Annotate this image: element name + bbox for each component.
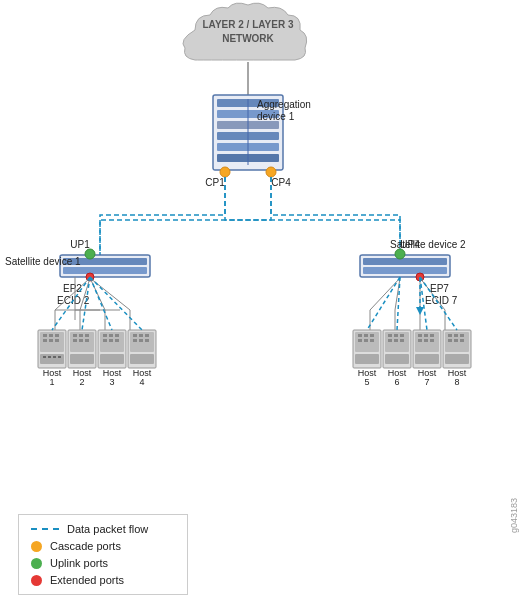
svg-rect-51	[100, 354, 124, 364]
svg-rect-39	[73, 339, 77, 342]
svg-rect-60	[130, 354, 154, 364]
svg-rect-13	[363, 258, 447, 265]
cp4-port	[266, 167, 276, 177]
svg-rect-46	[109, 334, 113, 337]
svg-rect-66	[358, 339, 362, 342]
legend-extended-label: Extended ports	[50, 574, 124, 586]
up4-label: UP4	[400, 239, 420, 250]
svg-rect-75	[388, 339, 392, 342]
svg-rect-86	[430, 339, 434, 342]
legend-uplink: Uplink ports	[31, 557, 175, 569]
flow-cp4-up4	[271, 177, 400, 255]
svg-rect-11	[63, 267, 147, 274]
svg-rect-72	[388, 334, 392, 337]
host-5	[353, 330, 381, 368]
svg-rect-29	[40, 354, 64, 364]
svg-rect-23	[43, 334, 47, 337]
svg-rect-30	[43, 356, 46, 358]
svg-rect-49	[109, 339, 113, 342]
svg-rect-76	[394, 339, 398, 342]
ecid7-label: ECID 7	[425, 295, 458, 306]
cloud: LAYER 2 / LAYER 3 NETWORK	[183, 3, 307, 60]
svg-rect-14	[363, 267, 447, 274]
satellite-device-2	[360, 255, 450, 277]
host8-num: 8	[454, 377, 459, 387]
host-1	[38, 330, 66, 368]
up1-label: UP1	[70, 239, 90, 250]
ep7-label: EP7	[430, 283, 449, 294]
cp1-port	[220, 167, 230, 177]
cascade-dot-icon	[31, 541, 42, 552]
svg-rect-73	[394, 334, 398, 337]
svg-rect-85	[424, 339, 428, 342]
legend-extended: Extended ports	[31, 574, 175, 586]
svg-rect-91	[454, 334, 458, 337]
svg-rect-31	[48, 356, 51, 358]
svg-rect-36	[73, 334, 77, 337]
svg-rect-28	[55, 339, 59, 342]
svg-marker-20	[416, 307, 424, 315]
svg-rect-65	[370, 334, 374, 337]
svg-rect-90	[448, 334, 452, 337]
svg-rect-87	[415, 354, 439, 364]
host-4	[128, 330, 156, 368]
svg-rect-42	[70, 354, 94, 364]
aggregation-device-label: Aggregation	[257, 99, 311, 110]
svg-rect-95	[460, 339, 464, 342]
legend: Data packet flow Cascade ports Uplink po…	[18, 514, 188, 595]
host1-num: 1	[49, 377, 54, 387]
up1-port	[85, 249, 95, 259]
svg-rect-96	[445, 354, 469, 364]
svg-rect-33	[58, 356, 61, 358]
svg-rect-56	[145, 334, 149, 337]
cloud-label-line2: NETWORK	[222, 33, 274, 44]
flow-cp4-up1	[100, 177, 271, 255]
ep2-label: EP2	[63, 283, 82, 294]
watermark: g043183	[509, 498, 519, 533]
legend-uplink-label: Uplink ports	[50, 557, 108, 569]
svg-rect-74	[400, 334, 404, 337]
aggregation-device-label2: device 1	[257, 111, 295, 122]
svg-rect-54	[133, 334, 137, 337]
host7-num: 7	[424, 377, 429, 387]
legend-cascade: Cascade ports	[31, 540, 175, 552]
flow-cp1-up4	[225, 177, 400, 255]
svg-rect-67	[364, 339, 368, 342]
svg-rect-92	[460, 334, 464, 337]
svg-rect-32	[53, 356, 56, 358]
svg-rect-78	[385, 354, 409, 364]
host3-num: 3	[109, 377, 114, 387]
svg-line-99	[90, 277, 112, 330]
svg-rect-38	[85, 334, 89, 337]
legend-packet-flow-label: Data packet flow	[67, 523, 148, 535]
svg-rect-26	[43, 339, 47, 342]
legend-line-icon	[31, 528, 59, 530]
flow-cp1-up1	[100, 177, 225, 255]
cloud-label-line1: LAYER 2 / LAYER 3	[203, 19, 294, 30]
satellite1-label: Satellite device 1	[5, 256, 81, 267]
svg-rect-82	[424, 334, 428, 337]
svg-rect-55	[139, 334, 143, 337]
host-2	[68, 330, 96, 368]
svg-rect-37	[79, 334, 83, 337]
svg-rect-83	[430, 334, 434, 337]
host-8	[443, 330, 471, 368]
svg-rect-81	[418, 334, 422, 337]
legend-cascade-label: Cascade ports	[50, 540, 121, 552]
svg-rect-57	[133, 339, 137, 342]
cp4-label: CP4	[271, 177, 291, 188]
svg-rect-84	[418, 339, 422, 342]
svg-rect-68	[370, 339, 374, 342]
svg-rect-93	[448, 339, 452, 342]
svg-rect-27	[49, 339, 53, 342]
extended-dot-icon	[31, 575, 42, 586]
svg-rect-58	[139, 339, 143, 342]
host5-num: 5	[364, 377, 369, 387]
svg-rect-69	[355, 354, 379, 364]
svg-rect-48	[103, 339, 107, 342]
cp1-label: CP1	[205, 177, 225, 188]
host-3	[98, 330, 126, 368]
host-6	[383, 330, 411, 368]
host6-num: 6	[394, 377, 399, 387]
diagram-container: LAYER 2 / LAYER 3 NETWORK Aggregation de…	[0, 0, 523, 613]
